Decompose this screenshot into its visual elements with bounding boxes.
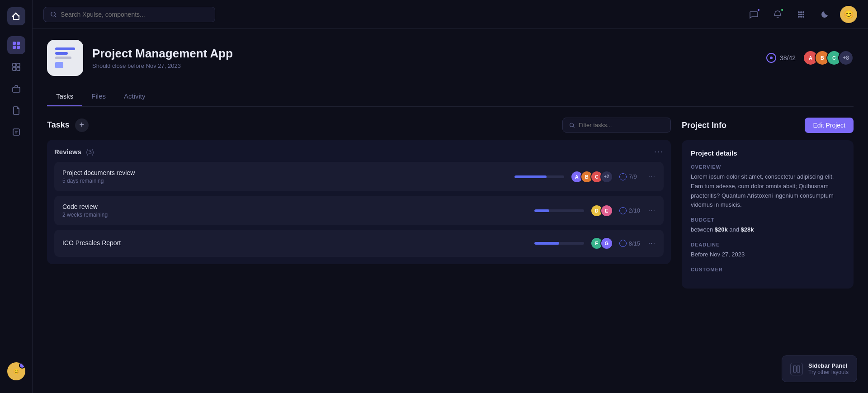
budget-text: between $20k and $28k: [691, 225, 844, 235]
overview-section: OVERVIEW Lorem ipsum dolor sit amet, con…: [691, 164, 844, 210]
task-card[interactable]: ICO Presales Report F G 8/15: [54, 230, 664, 257]
svg-rect-21: [793, 366, 796, 372]
timer-icon: [766, 53, 776, 63]
filter-input[interactable]: [579, 122, 664, 128]
task-avatars: A B C +2: [571, 170, 613, 183]
team-avatars: A B C +8: [803, 50, 854, 66]
task-check: 2/10: [619, 207, 642, 214]
sidebar-item-grid[interactable]: [7, 58, 25, 76]
task-count-text: 38/42: [780, 54, 796, 62]
tasks-header: Tasks +: [47, 118, 671, 133]
layout-hint-subtitle: Try other layouts: [808, 369, 849, 375]
svg-rect-22: [797, 366, 800, 372]
topbar: 😊: [33, 0, 868, 29]
tabs: Tasks Files Activity: [47, 87, 854, 107]
tasks-area: Tasks + Reviews (3): [47, 118, 854, 289]
kanban-group-header: Reviews (3) ···: [54, 147, 664, 156]
check-icon: [619, 207, 627, 214]
task-avatar-more: +2: [600, 170, 613, 183]
sidebar-item-document[interactable]: [7, 101, 25, 119]
sidebar-item-sticky[interactable]: [7, 123, 25, 141]
kanban-group-title: Reviews (3): [54, 148, 94, 156]
svg-point-18: [800, 16, 802, 18]
task-avatars: F G: [590, 237, 613, 250]
filter-search[interactable]: [562, 118, 671, 133]
svg-rect-7: [17, 67, 20, 71]
user-avatar-top[interactable]: 😊: [840, 6, 857, 23]
task-check: 7/9: [619, 173, 642, 180]
task-avatar: E: [600, 204, 613, 217]
svg-rect-1: [17, 42, 20, 45]
project-header: Project Management App Should close befo…: [47, 40, 854, 76]
logo-button[interactable]: [7, 7, 25, 25]
task-check: 8/15: [619, 240, 642, 247]
left-nav: 😊: [0, 0, 33, 393]
overview-label: OVERVIEW: [691, 164, 844, 170]
project-subtitle: Should close before Nov 27, 2023: [92, 62, 757, 69]
topbar-right: 😊: [746, 6, 857, 23]
budget-label: BUDGET: [691, 217, 844, 223]
sidebar-item-briefcase[interactable]: [7, 80, 25, 98]
deadline-text: Before Nov 27, 2023: [691, 250, 844, 260]
customer-section: CUSTOMER: [691, 267, 844, 272]
theme-toggle[interactable]: [816, 6, 833, 23]
svg-rect-9: [13, 129, 19, 135]
svg-point-16: [802, 14, 804, 15]
task-card[interactable]: Code review 2 weeks remaining D E 2/: [54, 196, 664, 225]
task-count: 38/42: [766, 53, 796, 63]
svg-rect-8: [13, 87, 20, 92]
check-icon: [619, 173, 627, 180]
svg-rect-4: [13, 63, 16, 66]
overview-text: Lorem ipsum dolor sit amet, consectetur …: [691, 172, 844, 210]
svg-point-19: [802, 16, 804, 18]
search-bar[interactable]: [43, 7, 215, 22]
add-task-button[interactable]: +: [75, 118, 89, 132]
svg-point-14: [798, 14, 800, 15]
project-logo: [47, 40, 83, 76]
panel-title: Project Info: [682, 121, 726, 130]
task-avatar: G: [600, 237, 613, 250]
task-progress-bar: [534, 209, 584, 212]
project-info: Project Management App Should close befo…: [92, 47, 757, 69]
filter-search-icon: [569, 122, 575, 128]
tab-files[interactable]: Files: [82, 87, 115, 106]
tab-activity[interactable]: Activity: [115, 87, 155, 106]
task-more-menu[interactable]: ···: [648, 239, 656, 247]
task-avatars: D E: [590, 204, 613, 217]
apps-icon[interactable]: [793, 6, 809, 23]
svg-rect-3: [17, 46, 20, 49]
tasks-left: Tasks + Reviews (3): [47, 118, 671, 271]
kanban-group-menu[interactable]: ···: [654, 147, 664, 156]
kanban-group-reviews: Reviews (3) ··· Project documents review…: [47, 140, 671, 264]
task-more-menu[interactable]: ···: [648, 207, 656, 215]
project-title: Project Management App: [92, 47, 757, 61]
svg-rect-0: [13, 42, 16, 45]
layout-hint-text: Sidebar Panel Try other layouts: [808, 362, 849, 375]
bell-icon[interactable]: [769, 6, 786, 23]
svg-point-15: [800, 14, 802, 15]
task-card[interactable]: Project documents review 5 days remainin…: [54, 162, 664, 191]
task-more-menu[interactable]: ···: [648, 173, 656, 181]
avatar-more: +8: [838, 50, 854, 66]
user-avatar-nav[interactable]: 😊: [7, 362, 25, 380]
task-progress-bar: [514, 175, 564, 178]
search-input[interactable]: [61, 11, 208, 18]
budget-section: BUDGET between $20k and $28k: [691, 217, 844, 235]
task-name: Code review 2 weeks remaining: [62, 203, 528, 218]
search-icon: [50, 11, 57, 18]
message-icon[interactable]: [746, 6, 762, 23]
svg-rect-5: [17, 63, 20, 66]
layout-hint-title: Sidebar Panel: [808, 362, 849, 369]
project-info-panel: Project Info Edit Project Project detail…: [682, 118, 854, 289]
deadline-section: DEADLINE Before Nov 27, 2023: [691, 242, 844, 260]
edit-project-button[interactable]: Edit Project: [805, 118, 854, 133]
layout-hint[interactable]: Sidebar Panel Try other layouts: [782, 355, 857, 382]
sidebar-item-dashboard[interactable]: [7, 36, 25, 54]
task-name: Project documents review 5 days remainin…: [62, 169, 508, 184]
main-content: 😊 Project Management App Should close be…: [33, 0, 868, 393]
page-content: Project Management App Should close befo…: [33, 29, 868, 393]
tab-tasks[interactable]: Tasks: [47, 87, 82, 106]
customer-label: CUSTOMER: [691, 267, 844, 272]
task-progress-bar: [534, 242, 584, 245]
details-title: Project details: [691, 149, 844, 157]
